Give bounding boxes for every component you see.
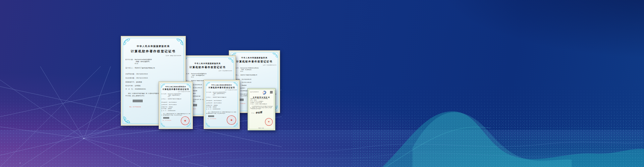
field-software-name: 软 件 名 称：Martiantrier在线激光打标软件 ［简称：在线激光打标软… xyxy=(206,92,237,96)
field-value: 原始取得 xyxy=(214,105,218,106)
field-value: 2018SR040245 xyxy=(135,88,146,90)
registration-notice: 根据《计算机软件保护条例》和《计算机软件著作权登记办法》的规定，经中国版权保护中… xyxy=(206,111,237,114)
patent-header: 证书号 第6288031号 xyxy=(250,91,273,95)
field-scope: 权 利 范 围：全部权利 xyxy=(206,107,237,108)
field-label: 开发完成日期： xyxy=(161,102,168,103)
field-reg-no: 登 记 号：2018SR040248 xyxy=(161,110,190,112)
certificate-utility-patent: 证书号 第6288031号 实用新型专利证书 实用新型名称：一种激光打标机的升降… xyxy=(248,88,275,130)
field-software-name: 软 件 名 称：Martiantrier二维激光打标软件 ［简称：二维激光打标软… xyxy=(161,94,190,97)
field-label: 开发完成日期： xyxy=(206,100,213,102)
field-value: 原始取得 xyxy=(192,90,197,92)
patent-signature-row: 局 长 申长雨 xyxy=(252,111,273,114)
field-dev-date: 开发完成日期：2017年05月01日 xyxy=(206,100,237,102)
field-label: 登 记 号： xyxy=(206,109,212,110)
certificate-title: 计算机软件著作权登记证书 xyxy=(125,49,181,54)
field-label: 开发完成日期： xyxy=(125,73,136,75)
field-publish-date: 首次发表日期：2017年11月01日 xyxy=(125,77,181,79)
field-value: 2017年11月01日 xyxy=(241,82,251,84)
certificate-copyright-2d-marking: 中华人民共和国国家版权局 计算机软件著作权登记证书 证书号：软著登字第25102… xyxy=(159,81,193,129)
signer-signature: 申长雨 xyxy=(255,111,262,115)
field-value: 原始取得 xyxy=(169,107,173,108)
wave-graphic xyxy=(0,0,644,167)
field-value: 2018SR040249 xyxy=(213,109,220,110)
field-label: 登 记 号： xyxy=(161,110,167,112)
certificate-number: 证书号：软著登字第2510248号 xyxy=(161,91,190,92)
field-label: 软 件 名 称： xyxy=(206,92,212,96)
field-value: 全部权利 xyxy=(213,107,217,108)
field-value: 深圳市马丁物尼尔技术有限公司 xyxy=(135,67,155,69)
hero-banner: 中华人民共和国国家版权局 计算机软件著作权登记证书 证书号：软著登字第25102… xyxy=(0,0,644,167)
barcode xyxy=(133,100,143,102)
field-dev-date: 开发完成日期：2017年05月01日 xyxy=(161,102,190,103)
authority-name: 中华人民共和国国家版权局 xyxy=(206,84,237,86)
certificate-number: 证书号：软著登字第2510245号 xyxy=(125,55,181,56)
registration-notice: 根据《计算机软件保护条例》和《计算机软件著作权登记办法》的规定，经中国版权保护中… xyxy=(161,113,190,116)
field-value: Martiantrier激光打标软件 ［简称：激光打标软件］ V1.0 xyxy=(135,59,152,64)
certificate-copyright-online-marking: 中华人民共和国国家版权局 计算机软件著作权登记证书 证书号：软著登字第25102… xyxy=(204,80,240,129)
signer-title: 局 长 xyxy=(252,112,254,114)
field-scope: 权 利 范 围：全部权利 xyxy=(161,108,190,110)
field-value: 2017年05月01日 xyxy=(136,73,148,75)
field-value: 原始取得 xyxy=(241,85,246,87)
field-value: 2017年11月01日 xyxy=(192,87,202,89)
certificate-title: 计算机软件著作权登记证书 xyxy=(232,60,276,63)
certificate-number: 证书号：软著登字第2510247号 xyxy=(232,64,276,66)
field-value: 深圳市马丁物尼尔技术有限公司 xyxy=(240,74,257,76)
patent-field-patentee: 专 利 权 人：深圳市马丁物尼尔技术有限公司 xyxy=(250,104,273,105)
field-value: Martiantrier激光焊接机软件 ［简称：激光焊接机软件］ V1.0 xyxy=(191,73,206,78)
field-software-name: 软 件 名 称：Martiantrier激光焊接机软件 ［简称：激光焊接机软件］… xyxy=(183,73,232,78)
field-label: 权 利 范 围： xyxy=(206,107,212,108)
field-value: Martiantrier在线激光打标软件 ［简称：在线激光打标软件］ V1.0 xyxy=(213,92,226,96)
field-label: 首次发表日期： xyxy=(125,77,136,79)
authority-name: 中华人民共和国国家版权局 xyxy=(161,86,190,88)
field-label: 著 作 权 人： xyxy=(206,97,212,98)
field-label: 权 利 范 围： xyxy=(125,85,134,87)
field-dev-date: 开发完成日期：2017年05月01日 xyxy=(125,73,181,75)
field-value: Martiantrier二维激光打标软件 ［简称：二维激光打标软件］ V1.0 xyxy=(168,94,181,97)
qr-code-icon xyxy=(270,91,273,94)
field-owner: 著 作 权 人：深圳市马丁物尼尔技术有限公司 xyxy=(161,99,190,100)
field-value: 全部权利 xyxy=(168,108,172,110)
field-label: 软 件 名 称： xyxy=(161,94,167,97)
field-value: 深圳市马丁物尼尔技术有限公司 xyxy=(168,99,181,100)
field-label: 著 作 权 人： xyxy=(125,67,134,69)
certificate-title: 计算机软件著作权登记证书 xyxy=(161,88,190,91)
field-owner: 著 作 权 人：深圳市马丁物尼尔技术有限公司 xyxy=(206,97,237,98)
field-value: 深圳市马丁物尼尔技术有限公司 xyxy=(213,97,226,98)
authority-name: 中华人民共和国国家版权局 xyxy=(232,57,276,59)
field-label: 权利取得方式： xyxy=(125,81,136,83)
field-value: 2017年05月01日 xyxy=(214,100,221,102)
barcode xyxy=(208,115,214,117)
field-value: 2017年11月01日 xyxy=(136,77,148,79)
field-owner: 著 作 权 人：深圳市马丁物尼尔技术有限公司 xyxy=(125,67,181,69)
field-value: 全部权利 xyxy=(135,85,141,87)
field-label: 权利取得方式： xyxy=(206,105,213,106)
certificates-cluster: 中华人民共和国国家版权局 计算机软件著作权登记证书 证书号：软著登字第25102… xyxy=(119,35,277,131)
authority-name: 中华人民共和国国家版权局 xyxy=(183,62,232,65)
field-value: 2017年11月01日 xyxy=(169,104,176,106)
barcode xyxy=(163,117,169,119)
field-value: 2018SR040248 xyxy=(168,110,175,112)
authority-name: 中华人民共和国国家版权局 xyxy=(125,45,181,48)
field-value: 2017年05月01日 xyxy=(192,84,202,86)
field-label: 首次发表日期： xyxy=(206,103,213,104)
field-reg-no: 登 记 号：2018SR040249 xyxy=(206,109,237,110)
field-software-name: 软 件 名 称：Martiantrier PCB激光切割机软件 ［简称：切割机软… xyxy=(232,67,276,72)
field-software-name: 软 件 名 称：Martiantrier激光打标软件 ［简称：激光打标软件］ V… xyxy=(125,59,181,64)
field-value: 2017年11月01日 xyxy=(214,103,221,104)
field-owner: 著 作 权 人：深圳市马丁物尼尔技术有限公司 xyxy=(232,74,276,76)
certificate-number: 证书号：软著登字第2510249号 xyxy=(206,90,237,91)
field-publish-date: 首次发表日期：2017年11月01日 xyxy=(206,103,237,104)
certificate-title: 计算机软件著作权登记证书 xyxy=(183,66,232,69)
field-label: 权利取得方式： xyxy=(161,107,168,108)
field-label: 权 利 范 围： xyxy=(161,108,167,110)
patent-cert-number: 证书号 第6288031号 xyxy=(250,91,259,93)
cnipa-logo-icon xyxy=(262,91,267,95)
field-label: 软 件 名 称： xyxy=(125,59,134,64)
field-acquisition: 权利取得方式：原始取得 xyxy=(161,107,190,108)
field-publish-date: 首次发表日期：2017年11月01日 xyxy=(161,104,190,106)
field-value: 全部权利 xyxy=(240,88,245,89)
field-value: 原始取得 xyxy=(136,81,142,83)
certificate-number: 证书号：软著登字第2510246号 xyxy=(183,70,232,71)
field-value: 2017年05月01日 xyxy=(241,79,251,80)
